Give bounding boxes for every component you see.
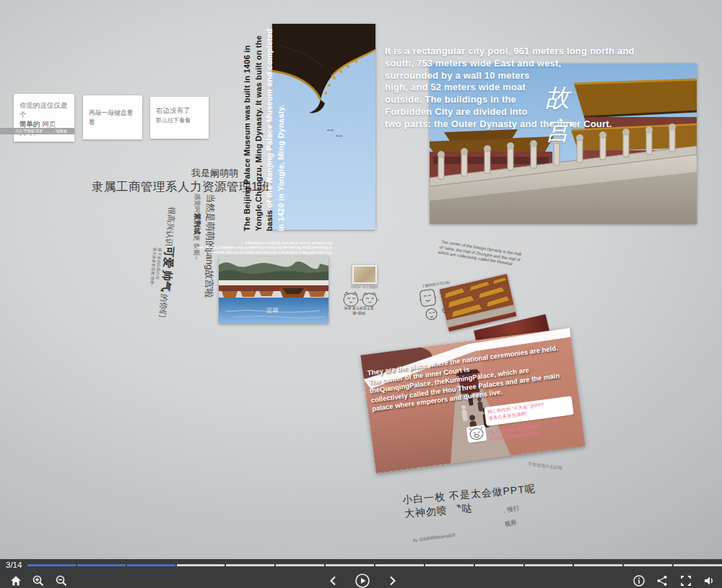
cat-note-line2: 是不是很可爱 哈哈 [339,306,378,311]
previous-button[interactable] [326,574,341,588]
moat-desc-line: high, and 52 meters wide moat [385,82,635,94]
autoplay-button[interactable] [355,573,370,588]
history-line2: Yongle,Chengzu, Ming Dynasty. It was bui… [253,22,265,231]
outro-credit: By: 记得萌萌哒的jiang故宫 [413,532,456,542]
hint-strip: 点击“空格键”或者“←、→”键播放 [0,128,74,134]
next-button[interactable] [385,574,399,588]
hint-card-3: 右边没有了 那么往下看看 [150,97,209,139]
cat-note: 御猫+酱 是不是很可爱 哈哈 [339,306,378,316]
home-button[interactable] [9,574,23,588]
play-icon [355,573,370,588]
zoom-in-icon [32,574,45,587]
volume-button[interactable] [702,574,716,588]
photo-watermark: 故宫 [266,307,278,314]
hint-card-3-line1: 右边没有了 [156,106,191,114]
moat-description: It is a rectangular city pool, 961 meter… [385,46,635,131]
hint-card-2-line1: 再敲一敲键盘看看 [89,109,134,126]
calligraphy-char1: 故 [545,81,570,114]
cat-note-line1: 御猫+酱 [339,311,378,316]
flipped-caption-line: The Imperial Palace of Beijing is the im… [214,250,332,255]
history-vertical-text: The Beijing Palace Museum was built in 1… [242,22,287,231]
pig-doodle-icon [466,425,487,443]
volume-icon [703,574,716,587]
old-photo [352,265,377,284]
chevron-right-icon [386,574,399,587]
progress-bar[interactable] [27,564,722,566]
moat-corner-tower-photo: 故宫 [219,256,329,324]
progress-segment[interactable] [276,564,324,566]
progress-segment[interactable] [127,564,175,566]
slide-subtitle-a: 感觉叫 [193,194,201,213]
slide-title-rotated: 当然是萌萌的jiang故宫啦 感觉叫紫荆城更 奈斯~ [190,194,217,324]
greeting-rotated: 很高兴认识可爱 帅气 的你们 接下来的自我介绍 请大家多多指教 嘿嘿~ [136,204,180,337]
moat-desc-line: two parts: the Outer Dynasty and the Inn… [385,118,635,131]
flipped-caption-line: of Ming and Qing. Becoming the Palace Mu… [214,246,332,251]
progress-segment[interactable] [425,564,474,566]
progress-segment[interactable] [574,564,622,566]
hint-card-1-line1: 你觉的这仅仅是个 [19,101,68,118]
share-button[interactable] [655,574,669,588]
moat-desc-line: outside. The buildings in the [385,94,635,106]
greeting-bold2: 帅气 [160,270,175,293]
slide-canvas[interactable]: 你觉的这仅仅是个 简单的 网页PPT? 点击“空格键”或者“←、→”键播放 再敲… [0,0,722,559]
greeting-pre: 很高兴认识 [165,207,177,247]
history-line1: The Beijing Palace Museum was built in 1… [242,22,253,231]
flipped-caption: The Imperial Palace of Beijing is the im… [214,241,332,255]
moat-desc-line: surrounded by a wall 10 meters [385,70,635,82]
slide-subtitle-b: 紫荆城 [193,213,202,235]
hint-card-1-line2-bold: 简单的 [19,120,40,128]
info-button[interactable] [632,574,646,588]
progress-segment[interactable] [475,564,523,566]
old-photo-caption: 1925年·故宫博物院 [347,285,382,289]
viewer-toolbar: 3/14 [0,559,722,588]
fullscreen-icon [679,574,692,587]
greeting-post: 的你们 [158,294,169,319]
fullscreen-button[interactable] [679,574,693,588]
history-line3-black: basis [265,208,274,231]
progress-segment[interactable] [177,564,225,566]
info-icon [632,574,645,587]
progress-segment[interactable] [326,564,374,566]
progress-segment[interactable] [525,564,573,566]
greeting-bold1: 可爱 [162,246,176,269]
presentation-viewer: 你觉的这仅仅是个 简单的 网页PPT? 点击“空格键”或者“←、→”键播放 再敲… [0,0,722,588]
zoom-in-button[interactable] [31,574,45,588]
home-icon [9,574,22,587]
progress-segment[interactable] [624,564,672,566]
calligraphy-char2: 宫 [545,114,570,147]
hint-card-1: 你觉的这仅仅是个 简单的 网页PPT? [14,94,74,142]
progress-segment[interactable] [27,564,76,566]
outro-side2: 视察 [504,518,518,529]
roof-eave-photo [272,24,375,230]
hint-card-3-line2: 那么往下看看 [156,117,191,124]
inner-court-card: They are the place where the national ce… [360,328,585,474]
zoom-out-button[interactable] [54,574,69,588]
progress-segment[interactable] [77,564,126,566]
hint-card-2: 再敲一敲键盘看看 [83,95,142,139]
moat-desc-line: Forbidden City are divided into [385,106,635,118]
moat-desc-line: south, 753 meters wide East and west, [385,58,635,70]
zoom-out-icon [55,574,68,587]
slide-title: 当然是萌萌的jiang故宫啦 [201,194,217,324]
page-indicator: 3/14 [6,561,22,569]
moat-desc-line: It is a rectangular city pool, 961 meter… [385,46,635,58]
share-icon [656,574,669,587]
hint-strip-note: 点击“空格键”或者“←、→”键播放 [15,129,67,133]
history-line3-white: of the Nanjing Palace Museum and complet… [265,29,274,208]
outer-dynasty-text: The center of the foreign Dynasty is the… [438,239,522,268]
progress-segment[interactable] [375,564,424,566]
intro-name: 我是阚萌萌 [108,167,238,180]
progress-segment[interactable] [674,564,722,566]
chevron-left-icon [327,574,340,587]
calligraphy-gugong: 故 宫 [545,81,570,147]
history-line4: in 1420 in Yongle, Ming Dynasty. [276,22,287,231]
misc-note: 不知道说什么好啦 [528,461,563,472]
progress-segment[interactable] [226,564,274,566]
outro-side1: ，慢行 [500,504,520,516]
